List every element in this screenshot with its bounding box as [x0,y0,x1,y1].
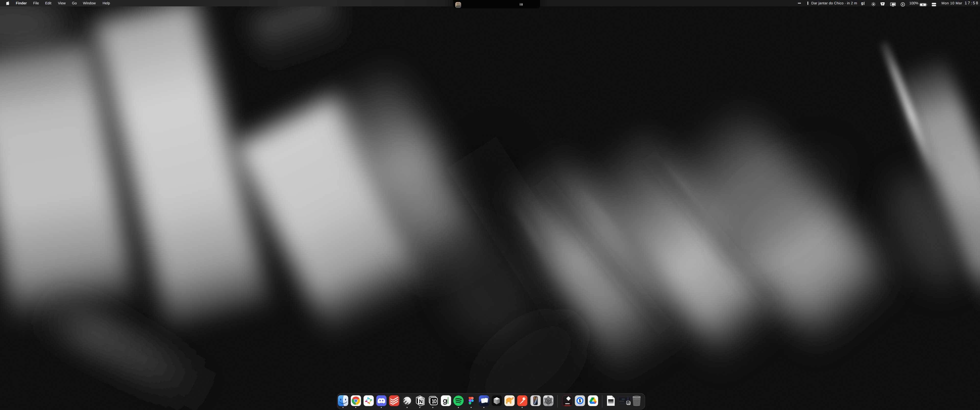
svg-text:11: 11 [627,402,629,404]
